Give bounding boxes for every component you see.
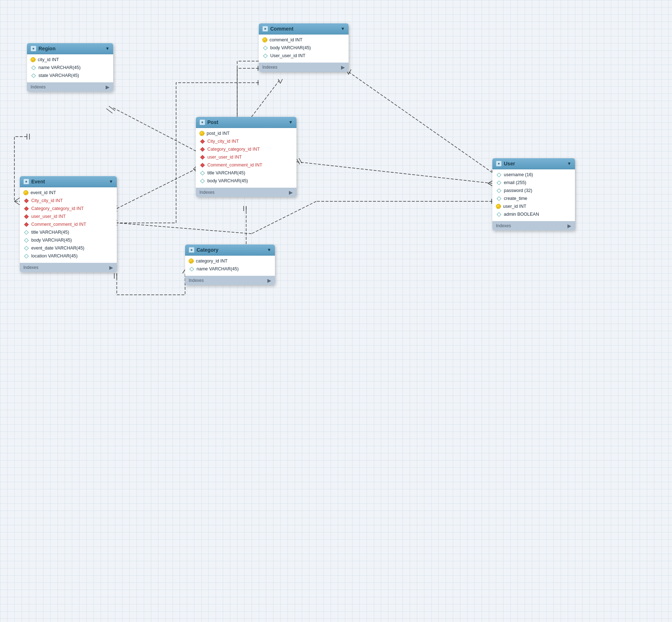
svg-line-14 xyxy=(296,162,492,183)
table-row: Comment_comment_id INT xyxy=(20,220,117,228)
fk-icon xyxy=(199,162,205,168)
field-icon xyxy=(199,170,205,176)
field-name: comment_id INT xyxy=(270,37,303,42)
table-region: ■Region▼🔑city_id INTname VARCHAR(45)stat… xyxy=(27,43,113,92)
table-row: Category_category_id INT xyxy=(20,205,117,212)
indexes-label: Indexes xyxy=(199,190,215,195)
table-indexes-region[interactable]: Indexes▶ xyxy=(27,82,113,92)
table-indexes-category[interactable]: Indexes▶ xyxy=(185,276,275,285)
field-name: city_id INT xyxy=(38,57,59,62)
svg-line-38 xyxy=(252,201,316,234)
table-header-user[interactable]: ■User▼ xyxy=(492,158,575,169)
field-name: state VARCHAR(45) xyxy=(38,73,79,78)
table-header-comment[interactable]: ■Comment▼ xyxy=(259,23,349,35)
pk-icon: 🔑 xyxy=(23,190,28,195)
indexes-label: Indexes xyxy=(262,65,277,70)
indexes-arrow-icon[interactable]: ▶ xyxy=(267,278,271,283)
table-dropdown-arrow-comment[interactable]: ▼ xyxy=(341,26,345,31)
fk-icon xyxy=(23,198,29,203)
table-dropdown-arrow-user[interactable]: ▼ xyxy=(567,161,571,166)
field-icon xyxy=(262,45,268,51)
indexes-label: Indexes xyxy=(23,265,38,270)
table-row: username (16) xyxy=(492,171,575,179)
field-name: body VARCHAR(45) xyxy=(31,238,72,243)
indexes-arrow-icon[interactable]: ▶ xyxy=(109,265,113,270)
table-icon-user: ■ xyxy=(496,161,502,166)
field-icon xyxy=(496,172,502,178)
table-row: 🔑post_id INT xyxy=(196,129,296,137)
table-indexes-event[interactable]: Indexes▶ xyxy=(20,263,117,272)
indexes-label: Indexes xyxy=(31,84,46,90)
table-row: user_user_id INT xyxy=(196,153,296,161)
pk-icon: 🔑 xyxy=(31,57,36,62)
table-body-comment: 🔑comment_id INTbody VARCHAR(45)User_user… xyxy=(259,35,349,61)
svg-line-39 xyxy=(117,223,252,234)
pk-icon: 🔑 xyxy=(262,37,267,42)
field-icon xyxy=(23,253,29,259)
field-name: Comment_comment_id INT xyxy=(207,163,262,168)
field-name: category_id INT xyxy=(196,259,227,264)
indexes-arrow-icon[interactable]: ▶ xyxy=(289,189,293,195)
fk-icon xyxy=(23,221,29,227)
table-row: 🔑user_id INT xyxy=(492,202,575,210)
table-row: event_date VARCHAR(45) xyxy=(20,244,117,252)
table-icon-post: ■ xyxy=(199,119,205,125)
table-category: ■Category▼🔑category_id INTname VARCHAR(4… xyxy=(185,244,275,285)
field-name: User_user_id INT xyxy=(270,53,305,58)
table-header-category[interactable]: ■Category▼ xyxy=(185,244,275,256)
table-title-post: Post xyxy=(207,119,218,125)
table-dropdown-arrow-event[interactable]: ▼ xyxy=(109,179,113,184)
indexes-arrow-icon[interactable]: ▶ xyxy=(567,223,571,229)
fk-icon xyxy=(23,214,29,219)
field-icon xyxy=(262,53,268,59)
table-row: body VARCHAR(45) xyxy=(196,177,296,185)
table-indexes-user[interactable]: Indexes▶ xyxy=(492,221,575,230)
field-icon xyxy=(23,229,29,235)
table-indexes-comment[interactable]: Indexes▶ xyxy=(259,63,349,72)
field-name: user_id INT xyxy=(503,204,526,209)
table-dropdown-arrow-category[interactable]: ▼ xyxy=(267,247,271,252)
relations-diagram xyxy=(0,0,672,622)
field-icon xyxy=(496,196,502,201)
svg-line-3 xyxy=(106,109,112,113)
table-dropdown-arrow-post[interactable]: ▼ xyxy=(289,120,293,125)
table-header-event[interactable]: ■Event▼ xyxy=(20,176,117,187)
table-row: 🔑event_id INT xyxy=(20,189,117,197)
field-name: Comment_comment_id INT xyxy=(31,222,86,227)
fk-icon xyxy=(199,154,205,160)
field-name: event_date VARCHAR(45) xyxy=(31,246,84,251)
svg-line-16 xyxy=(488,183,492,186)
svg-line-28 xyxy=(349,72,492,173)
table-row: title VARCHAR(45) xyxy=(20,228,117,236)
field-icon xyxy=(31,65,36,70)
svg-line-47 xyxy=(252,79,280,117)
indexes-arrow-icon[interactable]: ▶ xyxy=(106,84,110,90)
field-name: event_id INT xyxy=(31,190,56,195)
field-icon xyxy=(23,245,29,251)
fk-icon xyxy=(23,206,29,211)
svg-line-49 xyxy=(278,79,280,83)
table-row: City_city_id INT xyxy=(196,137,296,145)
field-name: City_city_id INT xyxy=(207,139,239,144)
field-name: body VARCHAR(45) xyxy=(270,45,311,50)
fk-icon xyxy=(199,146,205,152)
table-row: body VARCHAR(45) xyxy=(20,236,117,244)
table-row: email (255) xyxy=(492,179,575,187)
table-header-region[interactable]: ■Region▼ xyxy=(27,43,113,54)
pk-icon: 🔑 xyxy=(199,131,204,136)
table-row: title VARCHAR(45) xyxy=(196,169,296,177)
table-row: state VARCHAR(45) xyxy=(27,72,113,79)
svg-line-32 xyxy=(117,169,196,209)
table-title-event: Event xyxy=(31,179,45,184)
table-dropdown-arrow-region[interactable]: ▼ xyxy=(105,46,110,51)
field-name: email (255) xyxy=(504,180,526,185)
field-icon xyxy=(199,178,205,184)
table-row: password (32) xyxy=(492,187,575,195)
field-name: admin BOOLEAN xyxy=(504,212,539,217)
table-header-post[interactable]: ■Post▼ xyxy=(196,117,296,128)
indexes-arrow-icon[interactable]: ▶ xyxy=(341,64,345,70)
table-indexes-post[interactable]: Indexes▶ xyxy=(196,188,296,197)
table-body-region: 🔑city_id INTname VARCHAR(45)state VARCHA… xyxy=(27,54,113,81)
table-user: ■User▼username (16)email (255)password (… xyxy=(492,158,575,230)
field-name: user_user_id INT xyxy=(31,214,66,219)
